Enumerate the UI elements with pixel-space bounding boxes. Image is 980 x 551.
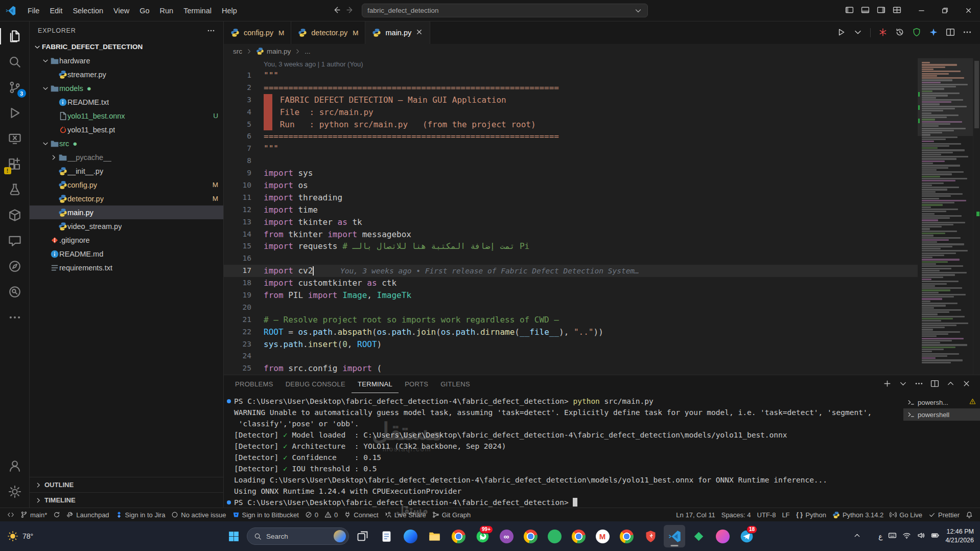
code-line-12[interactable]: 12import time	[224, 204, 918, 216]
run-python-file[interactable]	[836, 28, 846, 38]
history-extension[interactable]	[895, 28, 904, 38]
toggle-primary-sidebar[interactable]	[845, 6, 854, 16]
line-number[interactable]: 9	[224, 167, 251, 179]
code-line-22[interactable]: 22ROOT = os.path.abspath(os.path.join(os…	[224, 326, 918, 338]
code-line-19[interactable]: 19from PIL import Image, ImageTk	[224, 289, 918, 302]
line-number[interactable]: 24	[224, 350, 251, 362]
panel-tab-gitlens[interactable]: GITLENS	[434, 375, 476, 393]
code-line-3[interactable]: 3 FABRIC DEFECT DETECTION — Main GUI App…	[224, 94, 918, 106]
more-actions[interactable]	[963, 28, 972, 38]
taskbar-app-task-view[interactable]	[352, 525, 373, 547]
code-line-4[interactable]: 4 File : src/main.py	[224, 106, 918, 119]
taskbar-app-gmail[interactable]: M	[592, 525, 613, 547]
taskbar-start-button[interactable]	[223, 525, 244, 547]
line-number[interactable]: 15	[224, 240, 251, 252]
taskbar-app-vscode[interactable]	[664, 525, 685, 547]
line-number[interactable]: 1	[224, 70, 251, 82]
line-number[interactable]: 22	[224, 326, 251, 338]
taskbar-app-chrome[interactable]	[448, 525, 469, 547]
terminal-output[interactable]: PS C:\Users\User\Desktop\fabric_defect_d…	[224, 393, 903, 508]
taskbar-weather-widget[interactable]: 78°	[7, 521, 33, 551]
code-line-10[interactable]: 10import os	[224, 179, 918, 192]
taskbar-app-telegram[interactable]: 18	[736, 525, 757, 547]
status-cursor-position[interactable]: Ln 17, Col 11	[673, 508, 718, 521]
line-number[interactable]: 10	[224, 179, 251, 192]
status-encoding[interactable]: UTF-8	[754, 508, 779, 521]
code-line-24[interactable]: 24	[224, 350, 918, 362]
ai-assistant-extension[interactable]	[929, 28, 938, 38]
activity-gitlens[interactable]	[0, 254, 30, 279]
code-line-5[interactable]: 5 Run : python src/main.py (from the pro…	[224, 119, 918, 131]
activity-search[interactable]	[0, 49, 30, 75]
breadcrumb-item[interactable]: ...	[305, 48, 310, 55]
tree-item-src[interactable]: src●	[30, 136, 223, 150]
status-jira-signin[interactable]: Sign in to Jira	[112, 508, 169, 521]
line-number[interactable]: 16	[224, 252, 251, 265]
live-server-extension[interactable]	[878, 28, 888, 38]
line-number[interactable]: 23	[224, 338, 251, 351]
status-remote[interactable]	[4, 508, 17, 521]
line-number[interactable]: 5	[224, 119, 251, 131]
status-problems-errors[interactable]: 0	[302, 508, 321, 521]
activity-run-and-debug[interactable]	[0, 100, 30, 126]
split-editor[interactable]	[946, 28, 955, 38]
code-line-14[interactable]: 14from tkinter import messagebox	[224, 228, 918, 241]
menu-view[interactable]: View	[108, 4, 134, 18]
status-active-issue[interactable]: No active issue	[168, 508, 229, 521]
tree-item-config-py[interactable]: config.pyM	[30, 178, 223, 192]
tree-item-init-py[interactable]: __init__.py	[30, 164, 223, 178]
minimap-viewport[interactable]	[918, 58, 973, 136]
close-panel[interactable]	[962, 379, 971, 389]
code-line-17[interactable]: 17import cv2You, 3 weeks ago • First rel…	[224, 265, 918, 277]
taskbar-app-file-explorer[interactable]	[424, 525, 445, 547]
terminal-session-powersh[interactable]: powersh...	[903, 396, 980, 408]
line-number[interactable]: 25	[224, 362, 251, 375]
tree-item-yolo11-best-onnx[interactable]: yolo11_best.onnxU	[30, 109, 223, 123]
status-language-mode[interactable]: { }Python	[793, 508, 829, 521]
minimap[interactable]	[918, 58, 973, 375]
scrollbar-thumb[interactable]	[974, 61, 979, 128]
tree-item-readme-txt[interactable]: README.txt	[30, 95, 223, 109]
taskbar-app-chrome-profile-4[interactable]	[616, 525, 637, 547]
taskbar-app-whatsapp[interactable]: 99+	[472, 525, 493, 547]
code-line-21[interactable]: 21# — Resolve project root so imports wo…	[224, 314, 918, 326]
activity-explorer[interactable]	[0, 24, 30, 49]
launch-profile[interactable]	[899, 379, 907, 389]
status-notifications[interactable]	[963, 508, 976, 521]
taskbar-app-anydesk[interactable]	[544, 525, 565, 547]
code-line-6[interactable]: 6=======================================…	[224, 130, 918, 143]
toggle-panel[interactable]	[861, 6, 870, 16]
status-sync-changes[interactable]	[50, 508, 63, 521]
status-git-branch[interactable]: main*	[17, 508, 50, 521]
activity-remote-explorer[interactable]	[0, 126, 30, 151]
panel-tab-ports[interactable]: PORTS	[399, 375, 434, 393]
taskbar-app-chrome-profile-2[interactable]	[520, 525, 541, 547]
line-number[interactable]: 17	[224, 265, 251, 277]
section-outline[interactable]: OUTLINE	[30, 477, 223, 492]
tree-item-detector-py[interactable]: detector.pyM	[30, 192, 223, 205]
minimize-button[interactable]	[909, 0, 933, 21]
code-line-11[interactable]: 11import threading	[224, 192, 918, 204]
line-number[interactable]: 11	[224, 192, 251, 204]
activity-testing[interactable]	[0, 177, 30, 202]
status-indentation[interactable]: Spaces: 4	[718, 508, 754, 521]
panel-tab-problems[interactable]: PROBLEMS	[229, 375, 279, 393]
line-number[interactable]: 19	[224, 289, 251, 302]
input-language[interactable]: ع	[878, 532, 882, 540]
maximize-panel[interactable]	[946, 379, 955, 389]
line-number[interactable]: 3	[224, 94, 251, 106]
line-number[interactable]: 4	[224, 106, 251, 119]
tree-item-yolo11-best-pt[interactable]: yolo11_best.pt	[30, 123, 223, 136]
split-terminal[interactable]	[930, 379, 939, 389]
tree-item-readme-md[interactable]: README.md	[30, 247, 223, 261]
line-number[interactable]: 7	[224, 143, 251, 155]
run-dropdown[interactable]	[853, 28, 862, 38]
code-line-23[interactable]: 23sys.path.insert(0, ROOT)	[224, 338, 918, 351]
status-git-graph[interactable]: Git Graph	[429, 508, 474, 521]
code-line-7[interactable]: 7"""	[224, 143, 918, 155]
new-terminal[interactable]	[883, 379, 892, 389]
tray-expand[interactable]	[853, 531, 861, 541]
taskbar-app-chrome-profile-3[interactable]	[568, 525, 589, 547]
tab-config-py[interactable]: config.pyM	[224, 21, 291, 44]
menu-run[interactable]: Run	[155, 4, 179, 18]
